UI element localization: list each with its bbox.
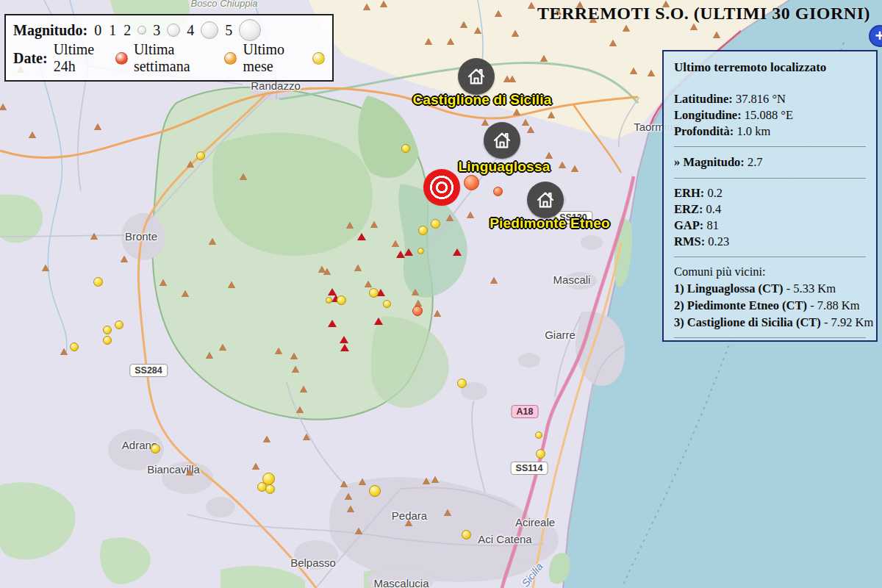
peak-triangle-icon bbox=[392, 240, 399, 247]
stat-value: 81 bbox=[706, 218, 719, 232]
stat-label: RMS: bbox=[674, 234, 705, 248]
peak-triangle-icon bbox=[303, 434, 310, 440]
quake-month-marker[interactable] bbox=[265, 484, 275, 494]
earthquake-map-app: RandazzoBronteAdranoBiancavillaBelpassoP… bbox=[0, 0, 882, 588]
peak-triangle-icon bbox=[346, 222, 354, 229]
date-sphere-icon bbox=[115, 52, 128, 65]
peak-triangle-icon bbox=[713, 32, 720, 38]
peak-triangle-icon bbox=[209, 238, 216, 245]
quake-month-marker[interactable] bbox=[369, 288, 379, 298]
peak-triangle-icon bbox=[42, 265, 49, 271]
quake-week-marker[interactable] bbox=[493, 187, 503, 196]
peak-triangle-icon bbox=[405, 520, 412, 526]
peak-triangle-icon bbox=[121, 256, 128, 262]
quake-month-marker[interactable] bbox=[417, 248, 424, 254]
peak-triangle-icon bbox=[490, 277, 498, 284]
quake-month-marker[interactable] bbox=[196, 151, 205, 160]
peak-triangle-icon bbox=[355, 528, 362, 534]
field-label: Latitudine: bbox=[674, 92, 733, 106]
panel-title: Ultimo terremoto localizzato bbox=[674, 60, 866, 75]
peak-triangle-icon bbox=[434, 310, 441, 317]
comuni-distance: - 7.92 Km bbox=[824, 315, 873, 329]
comuni-item: 2) Piedimonte Etneo (CT) - 7.88 Km bbox=[674, 297, 866, 314]
stat-value: 0.4 bbox=[706, 202, 722, 216]
field-value: 1.0 km bbox=[736, 124, 770, 138]
peak-triangle-icon bbox=[481, 119, 489, 126]
town-house-marker[interactable] bbox=[484, 122, 520, 159]
quake-month-marker[interactable] bbox=[103, 326, 112, 334]
quake-week-marker[interactable] bbox=[412, 306, 423, 316]
quake-month-marker[interactable] bbox=[418, 226, 428, 235]
magnitude-sphere-icon bbox=[137, 26, 146, 35]
stat-erz: ERZ: 0.4 bbox=[674, 201, 866, 218]
quake-month-marker[interactable] bbox=[151, 444, 160, 453]
stat-value: 0.23 bbox=[708, 234, 729, 248]
latest-quake-marker[interactable] bbox=[423, 169, 460, 206]
peak-triangle-icon bbox=[290, 353, 298, 359]
legend-magnitude-value: 5 bbox=[225, 22, 232, 39]
peak-triangle-icon bbox=[513, 109, 520, 115]
quake-month-marker[interactable] bbox=[115, 320, 123, 329]
quake-month-marker[interactable] bbox=[535, 431, 542, 439]
peak-triangle-icon bbox=[206, 352, 213, 359]
legend-magnitudo-row: Magnitudo: 012345 bbox=[13, 19, 325, 41]
quake-month-marker[interactable] bbox=[383, 300, 391, 308]
stat-label: GAP: bbox=[674, 218, 703, 232]
peak-triangle-icon bbox=[219, 344, 226, 351]
field-label: » Magnitudo: bbox=[674, 155, 745, 169]
peak-triangle-icon bbox=[370, 221, 378, 228]
quake-month-marker[interactable] bbox=[337, 295, 346, 305]
peak-triangle-icon bbox=[60, 348, 68, 355]
legend-date-item-label: Ultime 24h bbox=[54, 41, 110, 75]
peak-triangle-icon bbox=[444, 509, 451, 516]
panel-divider bbox=[674, 178, 866, 179]
comuni-distance: - 5.33 Km bbox=[786, 282, 836, 295]
legend-date-label: Date: bbox=[13, 50, 48, 67]
peak-triangle-icon bbox=[559, 162, 566, 168]
red-triangle-icon bbox=[404, 248, 413, 256]
comuni-name: 3) Castiglione di Sicilia (CT) bbox=[674, 315, 821, 329]
house-icon bbox=[465, 65, 487, 87]
peak-triangle-icon bbox=[447, 38, 454, 45]
stat-erh: ERH: 0.2 bbox=[674, 185, 866, 201]
date-sphere-icon bbox=[312, 52, 325, 65]
quake-month-marker[interactable] bbox=[462, 530, 471, 539]
town-label: Castiglione di Sicilia bbox=[412, 92, 551, 108]
quake-month-marker[interactable] bbox=[369, 485, 381, 497]
legend-date-row: Date: Ultime 24hUltima settimanaUltimo m… bbox=[13, 41, 325, 75]
quake-month-marker[interactable] bbox=[457, 379, 467, 388]
peak-triangle-icon bbox=[467, 212, 474, 218]
peak-triangle-icon bbox=[29, 132, 36, 138]
comuni-distance: - 7.88 Km bbox=[810, 298, 859, 312]
legend-magnitude-value: 1 bbox=[109, 22, 116, 39]
house-icon bbox=[534, 189, 556, 211]
quake-month-marker[interactable] bbox=[326, 297, 332, 304]
quake-month-marker[interactable] bbox=[93, 277, 103, 287]
town-house-marker[interactable] bbox=[458, 58, 495, 95]
peak-triangle-icon bbox=[446, 215, 453, 221]
date-sphere-icon bbox=[224, 52, 237, 65]
red-triangle-icon bbox=[340, 336, 348, 343]
quake-month-marker[interactable] bbox=[431, 219, 440, 229]
town-label: Piedimonte Etneo bbox=[490, 215, 610, 232]
red-triangle-icon bbox=[340, 344, 349, 351]
red-triangle-icon bbox=[453, 248, 462, 256]
stat-label: ERH: bbox=[674, 186, 704, 200]
quake-month-marker[interactable] bbox=[536, 449, 545, 459]
peak-triangle-icon bbox=[252, 463, 259, 470]
field-latitude: Latitudine: 37.816 °N bbox=[674, 91, 866, 107]
town-house-marker[interactable] bbox=[527, 182, 564, 218]
peak-triangle-icon bbox=[296, 406, 304, 413]
peak-triangle-icon bbox=[509, 76, 516, 82]
quake-month-marker[interactable] bbox=[103, 336, 112, 345]
red-triangle-icon bbox=[328, 320, 337, 327]
peak-triangle-icon bbox=[412, 289, 419, 295]
quake-week-marker[interactable] bbox=[464, 175, 479, 190]
peak-triangle-icon bbox=[182, 290, 189, 297]
peak-triangle-icon bbox=[240, 173, 247, 180]
quake-month-marker[interactable] bbox=[401, 144, 410, 153]
quake-month-marker[interactable] bbox=[70, 343, 79, 351]
comuni-name: 2) Piedimonte Etneo (CT) bbox=[674, 298, 807, 312]
stat-label: ERZ: bbox=[674, 202, 703, 216]
peak-triangle-icon bbox=[630, 68, 637, 74]
